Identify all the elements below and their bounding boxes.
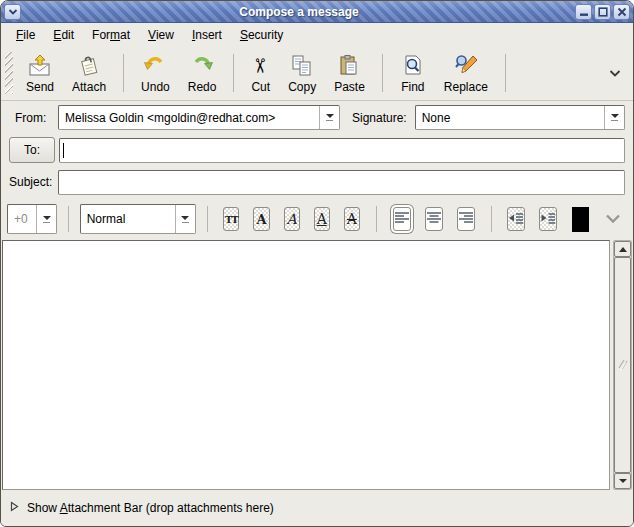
paragraph-style-select[interactable]: Normal [80, 204, 196, 234]
toolbar-separator [233, 54, 234, 92]
chevron-down-icon [319, 106, 339, 129]
menu-label-post: at [120, 28, 130, 42]
align-left-button[interactable] [393, 207, 411, 231]
menu-security[interactable]: Security [231, 26, 292, 44]
format-toolbar-expander-button[interactable] [599, 212, 627, 227]
compose-window: Compose a message File Edit Format View … [0, 0, 634, 527]
menu-label-mnemonic: V [148, 28, 156, 42]
toolbar-separator [491, 206, 492, 232]
minimize-icon [579, 7, 589, 17]
maximize-button[interactable] [594, 4, 611, 20]
menu-label-post: ile [23, 28, 35, 42]
to-row: To: [1, 134, 633, 166]
window-title: Compose a message [25, 5, 573, 19]
vertical-scrollbar[interactable] [613, 240, 632, 490]
undo-label: Undo [141, 80, 170, 94]
menu-edit[interactable]: Edit [44, 26, 83, 44]
chevron-down-icon [175, 205, 195, 233]
signature-select[interactable]: None [415, 105, 625, 130]
subject-row: Subject: [1, 166, 633, 198]
to-field-frame [59, 138, 625, 163]
scroll-down-button[interactable] [614, 473, 631, 489]
window-menu-button[interactable] [4, 4, 21, 20]
menu-view[interactable]: View [139, 26, 183, 44]
align-left-icon [394, 210, 410, 229]
arrow-up-icon [619, 247, 627, 252]
menu-label-mnemonic: m [110, 28, 120, 42]
copy-label: Copy [288, 80, 316, 94]
menu-format[interactable]: Format [83, 26, 139, 44]
typewriter-label: TT [225, 214, 238, 225]
cut-button[interactable]: ✂ Cut [242, 48, 279, 98]
typewriter-toggle-button[interactable]: TT [223, 207, 239, 231]
chevron-down-icon [604, 106, 624, 129]
attach-button[interactable]: Attach [63, 48, 115, 98]
font-color-swatch-button[interactable] [572, 207, 589, 232]
send-button[interactable]: Send [17, 48, 63, 98]
from-row: From: Melissa Goldin <mgoldin@redhat.com… [1, 101, 633, 134]
unindent-icon [508, 210, 524, 229]
underline-label: A [317, 211, 327, 227]
to-button[interactable]: To: [9, 137, 55, 163]
attachment-bar-toggle[interactable]: Show Attachment Bar (drop attachments he… [1, 490, 633, 526]
unindent-button[interactable] [507, 207, 525, 231]
to-input[interactable] [64, 139, 624, 162]
attach-icon [76, 53, 102, 79]
bold-toggle-button[interactable]: A [253, 207, 269, 231]
menu-label-post: iew [156, 28, 174, 42]
minimize-button[interactable] [575, 4, 592, 20]
italic-toggle-button[interactable]: A [284, 207, 300, 231]
strikethrough-label: A [347, 211, 357, 227]
arrow-down-icon [619, 479, 627, 483]
attachment-label-post: ttachment Bar (drop attachments here) [68, 501, 274, 515]
subject-label: Subject: [9, 175, 58, 189]
cut-label: Cut [251, 80, 270, 94]
undo-button[interactable]: Undo [132, 48, 179, 98]
font-size-select[interactable]: +0 [7, 204, 57, 234]
toolbar-separator [207, 206, 208, 232]
attachment-bar-label: Show Attachment Bar (drop attachments he… [27, 501, 274, 515]
send-label: Send [26, 80, 54, 94]
toolbar-separator [376, 206, 377, 232]
menu-file[interactable]: File [7, 26, 44, 44]
strikethrough-toggle-button[interactable]: A [344, 207, 360, 231]
scroll-up-button[interactable] [614, 241, 631, 257]
signature-label: Signature: [340, 111, 415, 125]
redo-icon [189, 53, 215, 79]
message-body-editor[interactable] [2, 240, 610, 490]
menu-insert[interactable]: Insert [183, 26, 231, 44]
from-select[interactable]: Melissa Goldin <mgoldin@redhat.com> [58, 105, 340, 130]
replace-button[interactable]: Replace [435, 48, 497, 98]
italic-label: A [287, 211, 297, 227]
toolbar-separator [68, 206, 69, 232]
indent-button[interactable] [539, 207, 557, 231]
font-size-value: +0 [8, 212, 36, 226]
chevron-down-icon [36, 205, 56, 233]
paste-icon [336, 53, 362, 79]
close-icon [617, 7, 627, 17]
copy-button[interactable]: Copy [279, 48, 325, 98]
titlebar[interactable]: Compose a message [1, 1, 633, 23]
scrollbar-thumb[interactable] [614, 257, 631, 473]
from-value: Melissa Goldin <mgoldin@redhat.com> [59, 111, 319, 125]
subject-input[interactable] [58, 170, 625, 195]
menu-label-post: ecurity [248, 28, 283, 42]
paste-button[interactable]: Paste [325, 48, 374, 98]
find-label: Find [401, 80, 424, 94]
paste-label: Paste [334, 80, 365, 94]
toolbar-drag-handle[interactable] [5, 52, 13, 94]
align-right-button[interactable] [457, 207, 475, 231]
find-button[interactable]: Find [391, 48, 435, 98]
expander-triangle-icon [10, 501, 19, 515]
send-icon [27, 53, 53, 79]
align-right-icon [458, 210, 474, 229]
align-center-button[interactable] [425, 207, 443, 231]
close-button[interactable] [613, 4, 630, 20]
underline-toggle-button[interactable]: A [314, 207, 330, 231]
redo-button[interactable]: Redo [179, 48, 226, 98]
toolbar-overflow-button[interactable] [601, 48, 629, 98]
main-toolbar: Send Attach [1, 46, 633, 101]
bold-label: A [256, 212, 266, 227]
scrollbar-grip-icon [617, 356, 629, 375]
from-label: From: [9, 111, 58, 125]
